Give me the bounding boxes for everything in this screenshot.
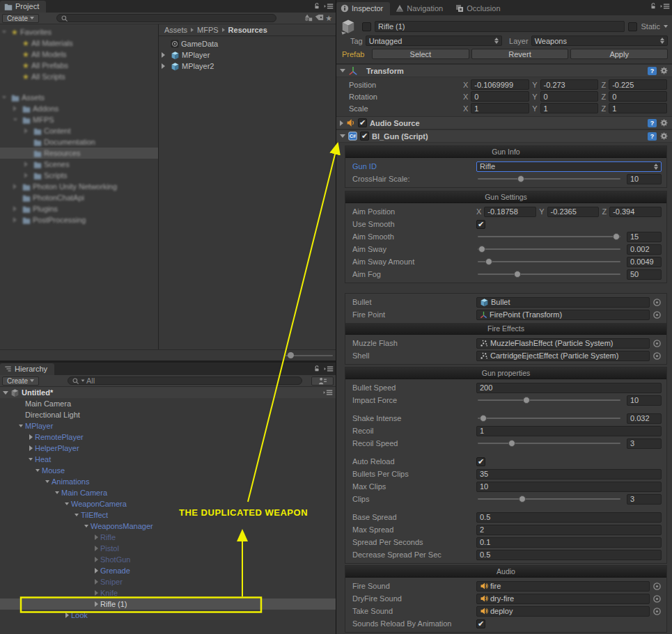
foldout-down-icon[interactable] xyxy=(2,31,6,33)
layer-dropdown[interactable]: Weapons xyxy=(531,35,668,46)
hierarchy-item[interactable]: TilEffect xyxy=(0,509,336,521)
foldout-right-icon[interactable] xyxy=(13,206,17,212)
object-picker-icon[interactable] xyxy=(653,351,662,360)
axis-value-field[interactable]: -0.2365 xyxy=(547,207,600,217)
foldout-right-icon[interactable] xyxy=(95,546,98,551)
property-dropdown[interactable]: Rifle xyxy=(476,161,662,172)
label-filter-icon[interactable] xyxy=(315,14,324,22)
hierarchy-item[interactable]: Main Camera xyxy=(0,398,336,409)
tab-navigation[interactable]: Navigation xyxy=(391,2,450,15)
axis-value-field[interactable]: 1 xyxy=(471,103,529,113)
lock-icon[interactable] xyxy=(650,2,657,10)
project-create-button[interactable]: Create xyxy=(2,14,39,23)
hierarchy-item[interactable]: Heat xyxy=(0,454,336,465)
help-icon[interactable]: ? xyxy=(648,119,657,127)
foldout-right-icon[interactable] xyxy=(162,63,165,69)
hierarchy-item[interactable]: HelperPlayer xyxy=(0,443,336,454)
project-tree-item[interactable]: ★All Models xyxy=(0,49,158,60)
slider-value-field[interactable]: 0.002 xyxy=(627,244,662,255)
project-tree-item[interactable]: Plugins xyxy=(0,203,158,214)
axis-value-field[interactable]: -0.1069999 xyxy=(471,79,529,90)
foldout-down-icon[interactable] xyxy=(29,458,33,461)
project-tree-item[interactable]: Scripts xyxy=(0,170,158,181)
slider-value-field[interactable]: 15 xyxy=(627,232,662,242)
hierarchy-item[interactable]: MPlayer xyxy=(0,420,336,431)
axis-value-field[interactable]: 0 xyxy=(609,91,667,102)
transform-header[interactable]: Transform ? xyxy=(336,64,672,77)
axis-value-field[interactable]: 1 xyxy=(540,103,599,113)
object-field[interactable]: MuzzleFlashEffect (Particle System) xyxy=(476,338,650,349)
property-slider[interactable] xyxy=(476,174,622,184)
panel-menu-icon[interactable] xyxy=(324,3,334,10)
gear-icon[interactable] xyxy=(659,118,669,127)
slider-value-field[interactable]: 10 xyxy=(627,395,662,406)
hierarchy-item[interactable]: Look xyxy=(0,610,336,621)
axis-value-field[interactable]: 0 xyxy=(471,91,529,102)
help-icon[interactable]: ? xyxy=(648,67,657,75)
foldout-down-icon[interactable] xyxy=(3,391,8,395)
project-file-item[interactable]: GameData xyxy=(159,38,336,49)
breadcrumb-mfps[interactable]: MFPS xyxy=(197,26,219,34)
slider-knob[interactable] xyxy=(613,233,620,240)
script-checkbox[interactable]: ✔ xyxy=(360,132,369,141)
slider-value-field[interactable]: 0.0049 xyxy=(627,257,662,267)
project-tree-item[interactable]: Resources xyxy=(0,148,158,159)
panel-menu-icon[interactable] xyxy=(660,3,670,10)
foldout-down-icon[interactable] xyxy=(36,469,40,472)
prefab-apply-button[interactable]: Apply xyxy=(570,49,668,59)
axis-value-field[interactable]: -0.273 xyxy=(540,79,599,90)
property-text-field[interactable]: 10 xyxy=(476,482,662,492)
hierarchy-item[interactable]: Directional Light xyxy=(0,409,336,420)
project-file-item[interactable]: MPlayer xyxy=(159,49,336,61)
property-slider[interactable] xyxy=(476,494,622,504)
foldout-right-icon[interactable] xyxy=(24,128,28,134)
object-picker-icon[interactable] xyxy=(653,310,662,319)
scene-menu-icon[interactable] xyxy=(323,389,333,396)
project-tree-item[interactable]: Documentation xyxy=(0,136,158,148)
project-tree-item[interactable]: ★All Materials xyxy=(0,38,158,49)
slider-value-field[interactable]: 0.032 xyxy=(627,413,662,424)
hierarchy-item[interactable]: Pistol xyxy=(0,543,336,554)
asset-zoom-slider[interactable] xyxy=(286,355,333,356)
tab-inspector[interactable]: Inspector xyxy=(336,2,390,15)
property-text-field[interactable]: 0.5 xyxy=(476,512,662,523)
property-slider[interactable] xyxy=(476,257,622,267)
property-checkbox[interactable]: ✔ xyxy=(476,457,485,466)
slider-knob[interactable] xyxy=(478,246,485,253)
project-tree-item[interactable]: Scenes xyxy=(0,159,158,170)
project-file-item[interactable]: MPlayer2 xyxy=(159,61,336,72)
foldout-right-icon[interactable] xyxy=(24,173,28,178)
lock-icon[interactable] xyxy=(313,2,320,10)
slider-value-field[interactable]: 10 xyxy=(627,174,662,184)
foldout-down-icon[interactable] xyxy=(19,425,23,427)
help-icon[interactable]: ? xyxy=(648,132,657,141)
object-field[interactable]: fire xyxy=(476,581,650,592)
slider-knob[interactable] xyxy=(485,258,492,265)
project-tree-item[interactable]: Photon Unity Networking xyxy=(0,181,158,192)
hierarchy-item[interactable]: Main Camera xyxy=(0,487,336,498)
project-tree-item[interactable]: ★Favorites xyxy=(0,26,158,38)
hierarchy-item[interactable]: Grenade xyxy=(0,565,336,576)
project-tree-item[interactable]: Content xyxy=(0,125,158,136)
hierarchy-item[interactable]: Animations xyxy=(0,476,336,487)
property-slider[interactable] xyxy=(476,232,622,241)
foldout-right-icon[interactable] xyxy=(65,612,69,618)
property-slider[interactable] xyxy=(476,269,622,279)
slider-value-field[interactable]: 50 xyxy=(627,269,662,280)
foldout-down-icon[interactable] xyxy=(55,491,59,494)
foldout-right-icon[interactable] xyxy=(29,445,33,451)
property-slider[interactable] xyxy=(476,413,622,423)
foldout-right-icon[interactable] xyxy=(95,568,98,573)
static-dropdown-icon[interactable] xyxy=(664,25,668,28)
project-tree-item[interactable]: PostProcessing xyxy=(0,214,158,225)
tab-occlusion[interactable]: Occlusion xyxy=(451,2,507,15)
foldout-down-icon[interactable] xyxy=(340,69,345,72)
foldout-down-icon[interactable] xyxy=(75,514,79,516)
foldout-right-icon[interactable] xyxy=(95,534,98,540)
lock-icon[interactable] xyxy=(313,365,320,372)
property-checkbox[interactable]: ✔ xyxy=(476,220,485,229)
project-search-input[interactable] xyxy=(56,14,276,22)
foldout-right-icon[interactable] xyxy=(13,106,17,111)
axis-value-field[interactable]: -0.225 xyxy=(609,79,667,90)
foldout-down-icon[interactable] xyxy=(13,118,17,121)
